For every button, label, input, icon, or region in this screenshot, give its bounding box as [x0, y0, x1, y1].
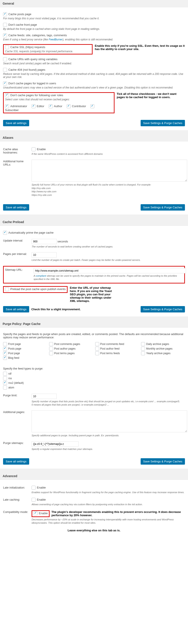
- cache-query-checkbox[interactable]: [3, 57, 7, 61]
- alias-enable-checkbox[interactable]: [32, 147, 35, 151]
- preload-post-checkbox[interactable]: [5, 287, 9, 291]
- preload-post-highlight: Preload the post cache upon publish even…: [3, 286, 68, 293]
- dont-cache-roles-row: Don't cache pages for following user rol…: [3, 92, 185, 113]
- purge-checkbox[interactable]: [141, 347, 145, 351]
- cache-feeds-checkbox[interactable]: [3, 33, 7, 37]
- feedburner-link[interactable]: FeedBurner: [49, 38, 62, 41]
- cache-posts-desc: For many blogs this is your most visited…: [3, 17, 185, 20]
- purge-checkbox[interactable]: [141, 351, 145, 355]
- purge-checkbox[interactable]: [3, 356, 7, 360]
- role-checkbox[interactable]: [5, 104, 9, 108]
- dont-cache-logged-option: Don't cache pages for logged in users Un…: [3, 82, 185, 89]
- purge-checkbox[interactable]: [95, 351, 99, 355]
- purge-checkbox[interactable]: [49, 347, 53, 351]
- feed-checkbox[interactable]: [3, 372, 7, 376]
- purge-checkbox[interactable]: [141, 342, 145, 346]
- additional-pages-textarea[interactable]: [32, 410, 187, 432]
- save-purge-button[interactable]: Save Settings & Purge Caches: [141, 204, 185, 210]
- save-all-button[interactable]: Save all settings: [3, 306, 29, 312]
- pages-per-input[interactable]: [32, 252, 57, 258]
- late-cache-checkbox[interactable]: [32, 498, 35, 502]
- compliant-link[interactable]: compliant: [36, 274, 46, 277]
- sitemap-highlight: Sitemap URL: A compliant sitemap can be …: [3, 266, 185, 284]
- save-all-button[interactable]: Save all settings: [3, 204, 29, 210]
- roles-annotation: Tick all of these checkboxes - we don't …: [117, 92, 185, 99]
- cache-404-checkbox[interactable]: [3, 68, 7, 72]
- advanced-header: Advanced: [0, 472, 188, 480]
- roles-highlight: Don't cache pages for following user rol…: [3, 92, 115, 113]
- save-purge-button[interactable]: Save Settings & Purge Caches: [141, 306, 185, 312]
- preload-annotation: Check this for a slight improvement.: [31, 308, 81, 311]
- cache-posts-checkbox[interactable]: [3, 12, 7, 16]
- role-checkbox[interactable]: [90, 104, 94, 108]
- cache-posts-label: Cache posts page: [8, 12, 31, 16]
- dont-cache-front-checkbox[interactable]: [3, 23, 7, 27]
- dont-cache-logged-checkbox[interactable]: [3, 82, 7, 86]
- cache-404-option: Cache 404 (not found) pages Reduce serve…: [3, 68, 185, 78]
- home-urls-textarea[interactable]: [32, 160, 187, 182]
- footer-annotation: Leave everything else on this tab as is.: [3, 529, 185, 532]
- ssl-annotation: Enable this only if you're using SSL. Ev…: [95, 44, 185, 51]
- role-checkbox[interactable]: [32, 104, 35, 108]
- save-purge-button[interactable]: Save Settings & Purge Caches: [141, 120, 185, 126]
- compat-checkbox[interactable]: [33, 512, 37, 515]
- general-header: General: [0, 0, 188, 7]
- dont-cache-front-option: Don't cache front page By default the fr…: [3, 23, 185, 30]
- cache-ssl-checkbox[interactable]: [5, 45, 9, 49]
- sitemap-annotation: Enter the URL of your sitemap here. If y…: [70, 286, 118, 302]
- cache-posts-option: Cache posts page For many blogs this is …: [3, 12, 185, 20]
- purge-checkbox[interactable]: [3, 351, 7, 355]
- role-checkbox[interactable]: [49, 104, 53, 108]
- purge-checkbox[interactable]: [3, 342, 7, 346]
- cache-query-option: Cache URIs with query string variables S…: [3, 58, 185, 65]
- purge-limit-input[interactable]: [32, 394, 57, 399]
- auto-prime-checkbox[interactable]: [3, 231, 7, 235]
- purge-checkbox[interactable]: [3, 347, 7, 351]
- feed-checkbox[interactable]: [3, 376, 7, 380]
- update-interval-input[interactable]: [32, 239, 57, 244]
- late-init-checkbox[interactable]: [32, 486, 35, 490]
- purge-checkbox[interactable]: [49, 342, 53, 346]
- save-purge-button[interactable]: Save Settings & Purge Caches: [141, 458, 185, 464]
- cache-feeds-option: Cache feeds: site, categories, tags, com…: [3, 34, 185, 41]
- aliases-header: Aliases: [0, 134, 188, 142]
- sitemap-url-input[interactable]: [33, 268, 186, 273]
- preload-header: Cache Preload: [0, 218, 188, 226]
- purge-checkbox[interactable]: [95, 342, 99, 346]
- feed-checkbox[interactable]: [3, 386, 7, 390]
- save-all-button[interactable]: Save all settings: [3, 120, 29, 126]
- purge-header: Purge Policy: Page Cache: [0, 320, 188, 328]
- role-checkbox[interactable]: [67, 104, 71, 108]
- compat-highlight: Enable: [32, 510, 50, 517]
- compat-annotation: The plugin's developer recommends enabli…: [51, 510, 185, 517]
- purge-sitemaps-input[interactable]: [32, 441, 79, 446]
- save-all-button[interactable]: Save all settings: [3, 458, 29, 464]
- cache-ssl-row: Cache SSL (https) requests Cache SSL req…: [3, 44, 185, 54]
- dont-cache-roles-checkbox[interactable]: [5, 93, 9, 97]
- purge-checkbox[interactable]: [95, 347, 99, 351]
- cache-ssl-highlight: Cache SSL (https) requests Cache SSL req…: [3, 44, 93, 54]
- purge-checkbox[interactable]: [49, 351, 53, 355]
- feed-checkbox[interactable]: [3, 381, 7, 385]
